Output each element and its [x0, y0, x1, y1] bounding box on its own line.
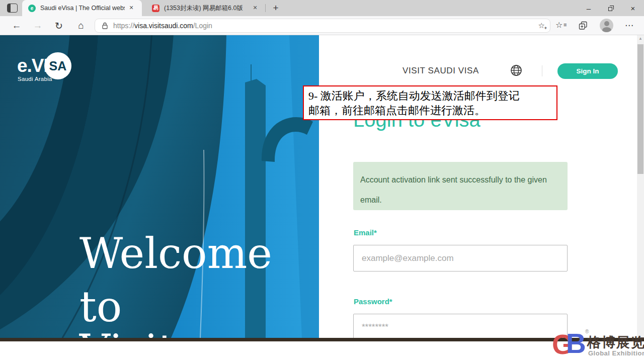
sign-in-button[interactable]: Sign In: [557, 63, 618, 79]
tab-title: Saudi eVisa | The Official website: [40, 5, 125, 12]
evisa-logo-text: e.VI: [17, 55, 48, 76]
tutorial-annotation-box: 9- 激活账户，系统自动发送激活邮件到登记 邮箱，前往邮箱点击邮件进行激活。: [303, 85, 557, 120]
collections-icon[interactable]: [579, 21, 588, 30]
profile-avatar[interactable]: [600, 19, 613, 32]
browser-window: e Saudi eVisa | The Official website × 易…: [0, 0, 644, 362]
close-tab-icon[interactable]: ×: [127, 4, 136, 13]
favorites-icon[interactable]: ☆≡: [555, 20, 562, 30]
refresh-icon[interactable]: ↻: [50, 16, 67, 35]
bottom-divider-bar: [0, 338, 644, 341]
activation-success-alert: Account activation link sent successfull…: [353, 162, 568, 210]
welcome-text-line2: to: [79, 286, 122, 328]
minimize-window-button[interactable]: –: [578, 0, 600, 16]
email-label: Email*: [354, 228, 377, 237]
password-field[interactable]: [353, 314, 568, 338]
evisa-favicon-icon: e: [28, 5, 36, 12]
scrollbar-thumb[interactable]: [637, 44, 643, 174]
global-exhibition-watermark: G B ® 格博展览 Global Exhibition: [552, 329, 643, 359]
netease-mail-favicon-icon: 易: [152, 5, 159, 12]
settings-menu-icon[interactable]: ⋯: [625, 20, 634, 31]
close-window-button[interactable]: ×: [622, 0, 644, 16]
lock-icon[interactable]: [102, 22, 108, 30]
restore-icon: [608, 6, 614, 11]
hero-image: e.VI SA Saudi Arabia Welcome to Visit: [0, 35, 319, 338]
page-scrollbar[interactable]: ▲: [637, 35, 644, 338]
scroll-up-arrow-icon[interactable]: ▲: [637, 36, 644, 41]
home-icon[interactable]: ⌂: [72, 16, 90, 35]
welcome-text-line3-clipped: Visit: [79, 329, 175, 338]
email-field[interactable]: [353, 245, 568, 272]
evisa-logo-subtitle: Saudi Arabia: [18, 76, 52, 82]
forward-icon: →: [29, 16, 46, 35]
watermark-english-text: Global Exhibition: [588, 349, 644, 357]
url-text[interactable]: https://visa.visitsaudi.com/Login: [113, 22, 212, 30]
tab-actions-menu-icon[interactable]: [7, 4, 18, 13]
address-bar[interactable]: https://visa.visitsaudi.com/Login ☆+: [95, 19, 550, 33]
header-divider: [542, 65, 542, 76]
tab-separator: [265, 4, 266, 12]
password-label: Password*: [354, 297, 392, 306]
annotation-line2: 邮箱，前往邮箱点击邮件进行激活。: [308, 103, 552, 118]
watermark-logo-b: B: [566, 330, 586, 357]
navigation-toolbar: ← → ↻ ⌂ https://visa.visitsaudi.com/Logi…: [0, 16, 644, 35]
language-globe-icon[interactable]: [510, 64, 522, 76]
close-tab-icon[interactable]: ×: [251, 4, 260, 13]
add-favorite-icon[interactable]: ☆+: [538, 21, 545, 30]
watermark-chinese-text: 格博展览: [587, 333, 644, 351]
tab-saudi-evisa[interactable]: e Saudi eVisa | The Official website ×: [22, 0, 142, 16]
page-content: e.VI SA Saudi Arabia Welcome to Visit VI…: [0, 35, 644, 338]
alert-text-line1: Account activation link sent successfull…: [360, 170, 560, 190]
window-controls: – ×: [578, 0, 644, 16]
tab-netease-mail[interactable]: 易 (1353封未读) 网易邮箱6.0版 ×: [146, 0, 263, 16]
tab-title: (1353封未读) 网易邮箱6.0版: [164, 4, 249, 13]
back-icon[interactable]: ←: [8, 16, 25, 35]
new-tab-button[interactable]: +: [270, 2, 282, 14]
annotation-line1: 9- 激活账户，系统自动发送激活邮件到登记: [308, 88, 552, 103]
evisa-logo-badge: SA: [44, 52, 71, 79]
tab-bar: e Saudi eVisa | The Official website × 易…: [0, 0, 644, 16]
evisa-logo: e.VI SA Saudi Arabia: [17, 52, 71, 79]
visit-saudi-visa-brand: VISIT SAUDI VISA: [403, 66, 479, 76]
welcome-text-line1: Welcome: [79, 232, 272, 275]
alert-text-line2: email.: [360, 190, 560, 210]
restore-window-button[interactable]: [600, 0, 622, 16]
